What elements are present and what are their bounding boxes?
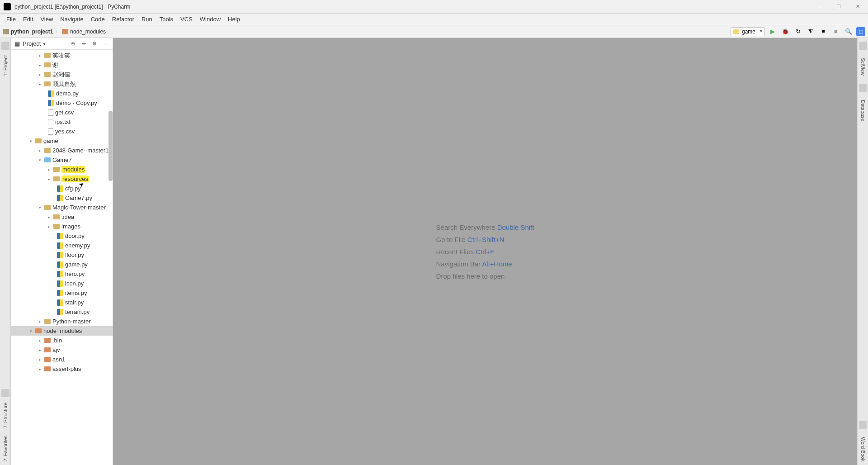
tree-item-file[interactable]: game.py <box>11 260 113 269</box>
tree-item-folder[interactable]: ▾Game7 <box>11 155 113 165</box>
tree-item-file[interactable]: Game7.py <box>11 193 113 203</box>
breadcrumb-node[interactable]: node_modules <box>62 28 106 35</box>
hint-navigation-bar: Navigation Bar Alt+Home <box>436 260 534 268</box>
tree-item-file[interactable]: terrain.py <box>11 307 113 317</box>
tree-item-folder[interactable]: ▸笑哈笑 <box>11 51 113 60</box>
project-panel: ▤ Project ▾ ⊕ ⇹ ⚙ ─ ▸笑哈笑 ▸谢 ▸赵湘儒 ▸顺其自然 d… <box>11 38 113 465</box>
left-tool-gutter: 1: Project 7: Structure 2: Favorites <box>0 38 11 465</box>
tab-database[interactable]: Database <box>859 96 867 125</box>
editor-area[interactable]: Search Everywhere Double Shift Go to Fil… <box>113 38 857 465</box>
minimize-button[interactable]: ─ <box>813 2 826 11</box>
collapse-icon[interactable]: ⇹ <box>80 40 87 47</box>
tree-item-folder[interactable]: ▸顺其自然 <box>11 79 113 89</box>
window-title-bar: python_project1 [E:\python_project1] - P… <box>0 0 868 14</box>
tab-favorites[interactable]: 2: Favorites <box>2 432 9 465</box>
tree-item-folder[interactable]: ▸谢 <box>11 60 113 70</box>
maximize-button[interactable]: ☐ <box>832 2 845 11</box>
menu-tools[interactable]: Tools <box>156 14 177 24</box>
project-tree[interactable]: ▸笑哈笑 ▸谢 ▸赵湘儒 ▸顺其自然 demo.py demo - Copy.p… <box>11 50 113 465</box>
database-tool-icon[interactable] <box>859 84 867 92</box>
locate-icon[interactable]: ⊕ <box>69 40 76 47</box>
hint-drop-files: Drop files here to open <box>436 272 534 280</box>
tree-item-file[interactable]: enemy.py <box>11 241 113 250</box>
tree-item-file[interactable]: yes.csv <box>11 127 113 136</box>
folder-icon <box>3 29 9 34</box>
tree-item-folder[interactable]: ▸.bin <box>11 336 113 345</box>
tree-item-folder[interactable]: ▸2048-Game--master1 <box>11 146 113 155</box>
window-title: python_project1 [E:\python_project1] - P… <box>14 4 813 10</box>
app-icon <box>4 3 11 10</box>
tree-item-folder[interactable]: ▸asn1 <box>11 355 113 364</box>
tree-item-file[interactable]: cfg.py <box>11 184 113 193</box>
breadcrumb: python_project1 〉 node_modules <box>3 28 731 35</box>
profile-button[interactable]: ⧨ <box>806 27 816 37</box>
run-configuration-selector[interactable]: game <box>731 27 765 36</box>
menu-refactor[interactable]: Refactor <box>108 14 138 24</box>
menu-window[interactable]: Window <box>196 14 224 24</box>
tree-scrollbar-thumb[interactable] <box>108 111 113 181</box>
tree-item-folder-selected[interactable]: ▾node_modules <box>11 326 113 336</box>
settings-button[interactable]: ⬚ <box>856 27 865 36</box>
structure-tool-icon[interactable] <box>1 389 9 397</box>
tab-structure[interactable]: 7: Structure <box>2 399 9 432</box>
run-button[interactable]: ▶ <box>768 27 778 37</box>
menu-bar: File Edit View Navigate Code Refactor Ru… <box>0 14 868 25</box>
run-coverage-button[interactable]: ↻ <box>793 27 803 37</box>
settings-icon[interactable]: ⚙ <box>91 40 98 47</box>
wordbook-tool-icon[interactable] <box>859 421 867 429</box>
navigation-bar: python_project1 〉 node_modules game ▶ 🐞 … <box>0 25 868 38</box>
concurrency-button[interactable]: ≡ <box>818 27 828 37</box>
folder-icon <box>62 29 68 34</box>
tree-item-file[interactable]: ips.txt <box>11 117 113 127</box>
tree-item-folder[interactable]: ▸Python-master <box>11 317 113 326</box>
panel-dropdown[interactable]: ▾ <box>43 42 46 46</box>
breadcrumb-root[interactable]: python_project1 <box>3 28 53 35</box>
tree-item-folder[interactable]: ▸resources <box>11 174 113 184</box>
tab-wordbook[interactable]: Word Book <box>859 433 867 465</box>
tree-item-file[interactable]: demo.py <box>11 89 113 98</box>
menu-edit[interactable]: Edit <box>19 14 37 24</box>
menu-run[interactable]: Run <box>138 14 156 24</box>
tab-sciview[interactable]: SciView <box>859 54 867 79</box>
tree-item-file[interactable]: get.csv <box>11 108 113 117</box>
tree-item-file[interactable]: stair.py <box>11 298 113 307</box>
tree-item-folder[interactable]: ▸modules <box>11 165 113 174</box>
panel-title-icon: ▤ <box>14 40 20 47</box>
tree-item-folder[interactable]: ▸assert-plus <box>11 364 113 374</box>
tree-item-folder[interactable]: ▸ajv <box>11 345 113 355</box>
tree-item-folder[interactable]: ▸.idea <box>11 212 113 222</box>
hint-go-to-file: Go to File Ctrl+Shift+N <box>436 236 534 243</box>
menu-file[interactable]: File <box>3 14 19 24</box>
hide-icon[interactable]: ─ <box>102 40 109 47</box>
tree-item-file[interactable]: items.py <box>11 288 113 298</box>
tree-item-file[interactable]: icon.py <box>11 279 113 288</box>
breadcrumb-separator: 〉 <box>55 28 60 35</box>
tree-item-folder[interactable]: ▾game <box>11 136 113 146</box>
hint-search-everywhere: Search Everywhere Double Shift <box>436 223 534 231</box>
tree-item-file[interactable]: hero.py <box>11 269 113 279</box>
tree-item-folder[interactable]: ▾Magic-Tower-master <box>11 203 113 212</box>
menu-navigate[interactable]: Navigate <box>57 14 87 24</box>
tree-item-folder[interactable]: ▸赵湘儒 <box>11 70 113 79</box>
menu-view[interactable]: View <box>37 14 57 24</box>
menu-help[interactable]: Help <box>224 14 244 24</box>
tree-item-file[interactable]: door.py <box>11 231 113 241</box>
tree-item-file[interactable]: demo - Copy.py <box>11 98 113 108</box>
project-tool-icon[interactable] <box>1 42 9 50</box>
debug-button[interactable]: 🐞 <box>780 27 790 37</box>
panel-title: Project <box>23 40 41 47</box>
stop-button[interactable]: ■ <box>831 27 841 37</box>
tree-item-folder[interactable]: ▸images <box>11 222 113 231</box>
menu-code[interactable]: Code <box>87 14 108 24</box>
menu-vcs[interactable]: VCS <box>177 14 196 24</box>
right-tool-gutter: SciView Database Word Book <box>857 38 868 465</box>
close-button[interactable]: ✕ <box>851 2 864 11</box>
tree-item-file[interactable]: floor.py <box>11 250 113 260</box>
search-everywhere-button[interactable]: 🔍 <box>844 27 854 37</box>
tab-project[interactable]: 1: Project <box>2 52 9 80</box>
hint-recent-files: Recent Files Ctrl+E <box>436 248 534 256</box>
sciview-tool-icon[interactable] <box>859 42 867 50</box>
